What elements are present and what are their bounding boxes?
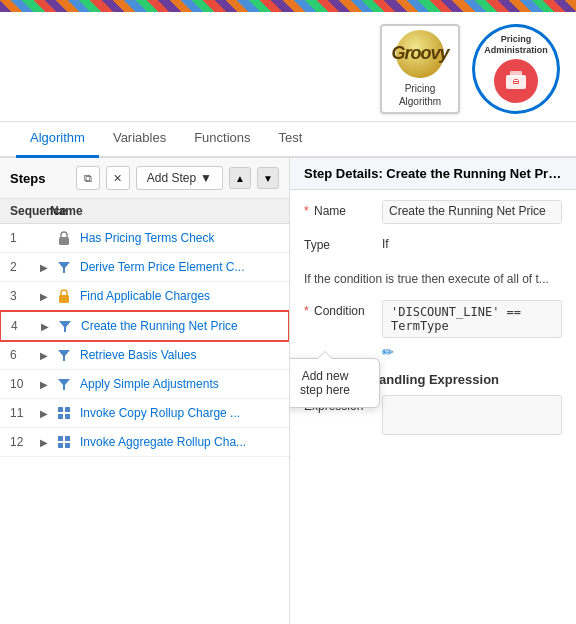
- step-icon-11: [54, 404, 74, 422]
- step-icon-6: [54, 346, 74, 364]
- table-row[interactable]: 11 ▶ Invoke Copy Rollup Charge ...: [0, 399, 289, 428]
- expression-box: [382, 395, 562, 435]
- step-name-12: Invoke Aggregate Rollup Cha...: [80, 435, 279, 449]
- table-row[interactable]: 1 Has Pricing Terms Check: [0, 224, 289, 253]
- col-name-header: Name: [50, 204, 279, 218]
- add-step-chevron-icon: ▼: [200, 171, 212, 185]
- step-icon-10: [54, 375, 74, 393]
- table-row[interactable]: 2 ▶ Derive Term Price Element C...: [0, 253, 289, 282]
- condition-field-row: * Condition 'DISCOUNT_LINE' == TermType …: [304, 300, 562, 360]
- step-seq-6: 6: [10, 348, 40, 362]
- step-name-1: Has Pricing Terms Check: [80, 231, 279, 245]
- move-up-button[interactable]: ▲: [229, 167, 251, 189]
- groovy-logo: Groovy: [396, 30, 444, 78]
- condition-area: 'DISCOUNT_LINE' == TermType ✏: [382, 300, 562, 360]
- step-seq-10: 10: [10, 377, 40, 391]
- col-sequence-header: Sequence: [10, 204, 50, 218]
- copy-button[interactable]: ⧉: [76, 166, 100, 190]
- pricing-admin-label: Pricing Administration: [481, 34, 551, 56]
- step-name-4: Create the Running Net Price: [81, 319, 278, 333]
- edit-condition-icon[interactable]: ✏: [382, 344, 562, 360]
- step-expand-3[interactable]: ▶: [40, 291, 54, 302]
- table-row[interactable]: 10 ▶ Apply Simple Adjustments: [0, 370, 289, 399]
- details-panel: Step Details: Create the Running Net Pri…: [290, 158, 576, 624]
- pricing-admin-icon: [494, 59, 538, 103]
- step-icon-2: [54, 258, 74, 276]
- steps-panel: Steps ⧉ ✕ Add Step ▼ ▲ ▼ Sequence Name 1: [0, 158, 290, 624]
- pricing-admin-badge: Pricing Administration: [472, 24, 560, 114]
- svg-rect-14: [58, 414, 63, 419]
- step-name-11: Invoke Copy Rollup Charge ...: [80, 406, 279, 420]
- move-down-button[interactable]: ▼: [257, 167, 279, 189]
- tab-functions[interactable]: Functions: [180, 122, 264, 158]
- required-star-2: *: [304, 304, 309, 318]
- details-header: Step Details: Create the Running Net Pri…: [290, 158, 576, 190]
- step-seq-1: 1: [10, 231, 40, 245]
- svg-rect-4: [514, 82, 518, 83]
- svg-marker-10: [58, 350, 70, 361]
- step-expand-11[interactable]: ▶: [40, 408, 54, 419]
- filter-icon-4: [57, 318, 73, 334]
- condition-label: * Condition: [304, 300, 374, 318]
- steps-toolbar: Steps ⧉ ✕ Add Step ▼ ▲ ▼: [0, 158, 289, 199]
- filter-icon-6: [56, 347, 72, 363]
- main-content: Steps ⧉ ✕ Add Step ▼ ▲ ▼ Sequence Name 1: [0, 158, 576, 624]
- delete-button[interactable]: ✕: [106, 166, 130, 190]
- step-seq-11: 11: [10, 406, 40, 420]
- table-row[interactable]: 4 ▶ Create the Running Net Price: [0, 310, 289, 342]
- name-label: * Name: [304, 200, 374, 218]
- type-value: If: [382, 234, 562, 258]
- step-expand-10[interactable]: ▶: [40, 379, 54, 390]
- step-icon-4: [55, 317, 75, 335]
- step-name-6: Retrieve Basis Values: [80, 348, 279, 362]
- step-icon-3: [54, 287, 74, 305]
- step-expand-4[interactable]: ▶: [41, 321, 55, 332]
- filter-icon-10: [56, 376, 72, 392]
- filter-icon: [56, 259, 72, 275]
- step-expand-1: [40, 233, 54, 244]
- svg-rect-17: [65, 436, 70, 441]
- step-expand-6[interactable]: ▶: [40, 350, 54, 361]
- svg-rect-5: [514, 84, 518, 85]
- table-row[interactable]: 3 ▶ Find Applicable Charges: [0, 282, 289, 311]
- table-row[interactable]: 12 ▶ Invoke Aggregate Rollup Cha...: [0, 428, 289, 457]
- table-row[interactable]: 6 ▶ Retrieve Basis Values: [0, 341, 289, 370]
- lock-icon: [56, 230, 72, 246]
- step-name-10: Apply Simple Adjustments: [80, 377, 279, 391]
- header: Groovy PricingAlgorithm Pricing Administ…: [0, 12, 576, 122]
- add-step-callout-text: Add newstep here: [300, 369, 350, 397]
- add-step-callout[interactable]: Add newstep here: [290, 358, 380, 408]
- step-name-3: Find Applicable Charges: [80, 289, 279, 303]
- svg-rect-16: [58, 436, 63, 441]
- admin-icon-svg: [502, 67, 530, 95]
- svg-marker-7: [58, 262, 70, 273]
- svg-rect-6: [59, 237, 69, 245]
- tab-variables[interactable]: Variables: [99, 122, 180, 158]
- details-body: * Name Create the Running Net Price Type…: [290, 190, 576, 455]
- groovy-badge: Groovy PricingAlgorithm: [380, 24, 460, 114]
- step-icon-12: [54, 433, 74, 451]
- step-expand-12[interactable]: ▶: [40, 437, 54, 448]
- step-expand-2[interactable]: ▶: [40, 262, 54, 273]
- table-icon-12: [56, 434, 72, 450]
- step-seq-4: 4: [11, 319, 41, 333]
- step-seq-2: 2: [10, 260, 40, 274]
- tab-algorithm[interactable]: Algorithm: [16, 122, 99, 158]
- top-decorative-bar: [0, 0, 576, 12]
- step-name-2: Derive Term Price Element C...: [80, 260, 279, 274]
- lock-icon-3: [56, 288, 72, 304]
- svg-rect-18: [58, 443, 63, 448]
- type-field-row: Type If: [304, 234, 562, 258]
- svg-rect-1: [510, 71, 522, 77]
- tab-test[interactable]: Test: [265, 122, 317, 158]
- step-seq-3: 3: [10, 289, 40, 303]
- logo-area: Groovy PricingAlgorithm Pricing Administ…: [380, 24, 560, 114]
- groovy-label: PricingAlgorithm: [399, 82, 441, 108]
- nav-tabs: Algorithm Variables Functions Test: [0, 122, 576, 158]
- required-star: *: [304, 204, 309, 218]
- svg-rect-3: [514, 80, 518, 81]
- svg-marker-11: [58, 379, 70, 390]
- condition-intro: If the condition is true then execute of…: [304, 268, 562, 290]
- add-step-button[interactable]: Add Step ▼: [136, 166, 223, 190]
- steps-title: Steps: [10, 171, 45, 186]
